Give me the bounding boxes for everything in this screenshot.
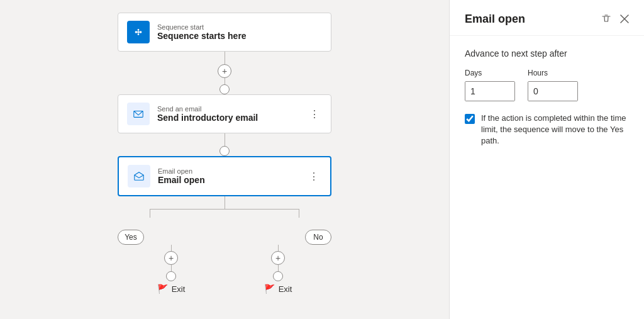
svg-point-1 bbox=[137, 31, 140, 33]
workflow-canvas: Sequence start Sequence starts here + Se… bbox=[0, 0, 449, 319]
email-open-more-btn[interactable]: ⋮ bbox=[306, 168, 321, 185]
svg-point-2 bbox=[140, 31, 142, 33]
connector-1: + bbox=[218, 52, 231, 94]
no-branch-label: No bbox=[305, 230, 331, 245]
sequence-start-node[interactable]: Sequence start Sequence starts here bbox=[118, 13, 331, 52]
svg-point-0 bbox=[135, 31, 138, 33]
days-input[interactable] bbox=[465, 82, 515, 101]
days-field-group: Days ▲ ▼ bbox=[465, 69, 515, 101]
sequence-icon bbox=[133, 26, 144, 38]
svg-point-4 bbox=[138, 33, 140, 35]
days-spinner[interactable]: ▲ ▼ bbox=[465, 81, 515, 101]
checkbox-label: If the action is completed within the ti… bbox=[481, 113, 629, 147]
yes-flag-icon: 🚩 bbox=[157, 284, 168, 294]
send-email-node[interactable]: Send an email Send introductory email ⋮ bbox=[118, 94, 331, 133]
add-step-yes[interactable]: + bbox=[164, 251, 178, 265]
send-email-title: Send introductory email bbox=[157, 113, 299, 123]
add-step-btn-1[interactable]: + bbox=[218, 64, 231, 78]
hours-input[interactable] bbox=[528, 82, 578, 101]
sequence-start-icon-box bbox=[127, 21, 150, 43]
node-dot-2 bbox=[219, 146, 230, 156]
no-flag-icon: 🚩 bbox=[264, 284, 275, 294]
email-open-icon bbox=[133, 171, 145, 182]
close-button[interactable] bbox=[618, 12, 631, 26]
email-open-subtitle: Email open bbox=[158, 167, 299, 175]
yes-line-1 bbox=[171, 245, 172, 251]
no-branch: + 🚩 Exit bbox=[225, 245, 331, 294]
yes-path-checkbox[interactable] bbox=[465, 114, 475, 124]
workflow-nodes: Sequence start Sequence starts here + Se… bbox=[13, 13, 436, 294]
no-line-2 bbox=[278, 265, 279, 271]
days-label: Days bbox=[465, 69, 515, 77]
sequence-start-subtitle: Sequence start bbox=[157, 23, 322, 31]
checkbox-wrapper[interactable] bbox=[465, 114, 475, 126]
yes-exit: 🚩 Exit bbox=[157, 284, 186, 294]
connector-2 bbox=[219, 133, 230, 156]
properties-panel: Email open Advance to next step after Da… bbox=[449, 0, 644, 319]
no-exit-label: Exit bbox=[279, 284, 292, 294]
yes-branch-label: Yes bbox=[118, 230, 144, 245]
yes-exit-label: Exit bbox=[172, 284, 186, 294]
yes-line-2 bbox=[171, 265, 172, 271]
no-dot bbox=[273, 271, 283, 281]
yes-branch: + 🚩 Exit bbox=[118, 245, 225, 294]
line-1 bbox=[225, 52, 225, 64]
svg-point-3 bbox=[138, 29, 140, 31]
email-open-node[interactable]: Email open Email open ⋮ bbox=[118, 156, 331, 196]
yes-dot bbox=[166, 271, 176, 281]
hours-spinner[interactable]: ▲ ▼ bbox=[528, 81, 578, 101]
branch-children: + 🚩 Exit + 🚩 Exit bbox=[118, 245, 331, 294]
no-line-1 bbox=[278, 245, 279, 251]
delete-icon bbox=[601, 14, 611, 24]
send-email-icon-box bbox=[127, 103, 150, 125]
send-email-subtitle: Send an email bbox=[157, 105, 299, 113]
branch-split bbox=[118, 196, 331, 209]
add-step-no[interactable]: + bbox=[271, 251, 285, 265]
send-email-more-btn[interactable]: ⋮ bbox=[307, 106, 322, 123]
time-fields: Days ▲ ▼ Hours ▲ ▼ bbox=[465, 69, 629, 101]
hours-field-group: Hours ▲ ▼ bbox=[528, 69, 578, 101]
close-icon bbox=[620, 14, 629, 23]
delete-button[interactable] bbox=[599, 11, 614, 26]
line-3 bbox=[225, 133, 225, 146]
header-actions bbox=[599, 11, 631, 26]
send-email-text: Send an email Send introductory email bbox=[157, 105, 299, 123]
sequence-start-text: Sequence start Sequence starts here bbox=[157, 23, 322, 41]
email-open-text: Email open Email open bbox=[158, 167, 299, 185]
properties-body: Advance to next step after Days ▲ ▼ Hour… bbox=[450, 36, 644, 160]
properties-title: Email open bbox=[465, 13, 525, 26]
email-icon-1 bbox=[133, 108, 144, 120]
no-exit: 🚩 Exit bbox=[264, 284, 292, 294]
email-open-icon-box bbox=[128, 165, 150, 187]
node-dot-1 bbox=[219, 84, 230, 94]
branch-labels-row: Yes No bbox=[118, 230, 331, 245]
sequence-start-title: Sequence starts here bbox=[157, 31, 322, 41]
line-2 bbox=[225, 78, 225, 84]
properties-header: Email open bbox=[450, 0, 644, 36]
hours-label: Hours bbox=[528, 69, 578, 77]
advance-label: Advance to next step after bbox=[465, 48, 629, 59]
checkbox-row: If the action is completed within the ti… bbox=[465, 113, 629, 147]
email-open-title: Email open bbox=[158, 175, 299, 185]
